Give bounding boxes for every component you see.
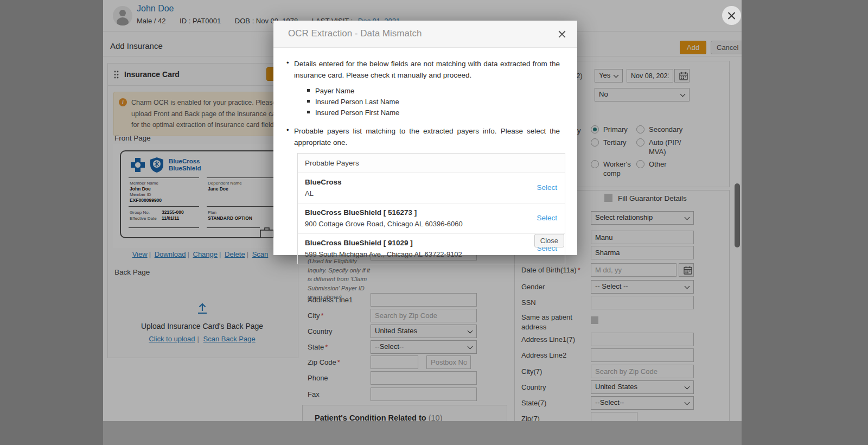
payer-address: 599 South Michigan Ave., Chicago AL 6372…	[305, 250, 532, 258]
modal-body: • Details entered for the below fields a…	[273, 48, 577, 264]
modal-close-icon[interactable]	[558, 30, 566, 39]
payer-address: AL	[305, 189, 532, 198]
probable-payers-header: Probable Payers	[298, 154, 565, 173]
payers-intro: • Probable payers list matching to the e…	[286, 126, 560, 149]
mismatch-intro: • Details entered for the below fields a…	[286, 59, 560, 81]
mismatch-field: Payer Name	[307, 86, 560, 97]
ocr-mismatch-screen: { "header": { "name": "John Doe", "sex_a…	[0, 0, 868, 445]
bullet-icon: •	[286, 59, 294, 81]
payer-address: 900 Cottage Grove Road, Chicago AL 60396…	[305, 220, 532, 228]
select-payer-link[interactable]: Select	[537, 183, 557, 192]
bullet-icon: •	[286, 126, 294, 149]
modal-close-button[interactable]: Close	[534, 234, 564, 247]
payer-name: BlueCross BlueShield [ 516273 ]	[305, 208, 532, 217]
panel-close-button[interactable]	[722, 6, 741, 25]
mismatch-field: Insured Person Last Name	[307, 97, 560, 107]
payer-name: BlueCross	[305, 178, 532, 186]
payer-row: BlueCross BlueShield [ 516273 ] 900 Cott…	[298, 204, 565, 234]
mismatch-field: Insured Person First Name	[307, 107, 560, 118]
modal-title: OCR Extraction - Data Mismatch	[288, 28, 422, 39]
ocr-mismatch-modal: OCR Extraction - Data Mismatch • Details…	[273, 21, 577, 255]
payer-row: BlueCross BlueShield [ 91029 ] 599 South…	[298, 234, 565, 264]
probable-payers-table: Probable Payers BlueCross AL Select Blue…	[297, 153, 565, 264]
mismatch-field-list: Payer Name Insured Person Last Name Insu…	[307, 86, 560, 118]
modal-header: OCR Extraction - Data Mismatch	[273, 21, 577, 48]
payer-row: BlueCross AL Select	[298, 173, 565, 204]
payer-name: BlueCross BlueShield [ 91029 ]	[305, 239, 532, 247]
select-payer-link[interactable]: Select	[537, 214, 557, 222]
